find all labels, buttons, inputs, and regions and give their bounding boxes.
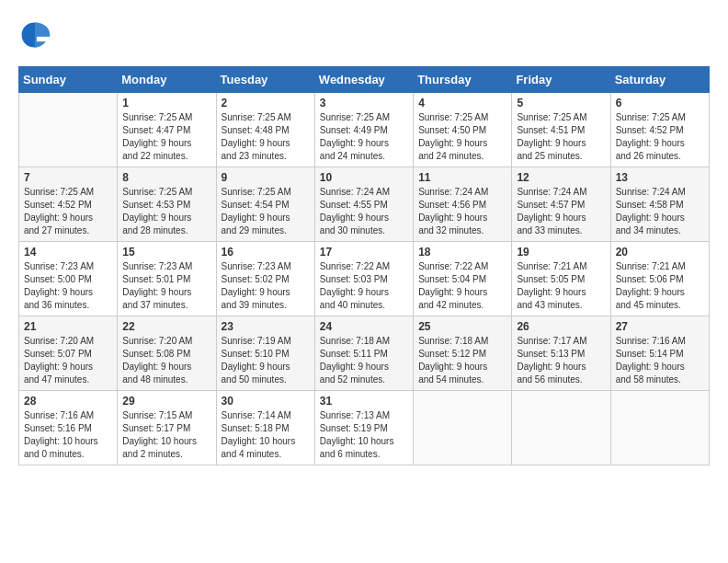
calendar-cell: 5Sunrise: 7:25 AM Sunset: 4:51 PM Daylig… — [512, 93, 610, 167]
calendar-cell: 16Sunrise: 7:23 AM Sunset: 5:02 PM Dayli… — [216, 242, 314, 316]
day-info: Sunrise: 7:19 AM Sunset: 5:10 PM Dayligh… — [222, 335, 310, 386]
day-info: Sunrise: 7:21 AM Sunset: 5:05 PM Dayligh… — [517, 260, 605, 312]
calendar-week-5: 28Sunrise: 7:16 AM Sunset: 5:16 PM Dayli… — [19, 391, 710, 465]
day-info: Sunrise: 7:25 AM Sunset: 4:51 PM Dayligh… — [517, 111, 605, 163]
day-info: Sunrise: 7:25 AM Sunset: 4:53 PM Dayligh… — [122, 186, 210, 237]
calendar-cell: 24Sunrise: 7:18 AM Sunset: 5:11 PM Dayli… — [314, 316, 413, 391]
day-number: 14 — [24, 246, 112, 259]
day-info: Sunrise: 7:25 AM Sunset: 4:50 PM Dayligh… — [418, 111, 506, 163]
day-number: 13 — [616, 171, 704, 184]
calendar-header: SundayMondayTuesdayWednesdayThursdayFrid… — [19, 67, 710, 93]
calendar-cell: 28Sunrise: 7:16 AM Sunset: 5:16 PM Dayli… — [19, 391, 118, 465]
day-number: 19 — [517, 246, 605, 259]
calendar-cell: 6Sunrise: 7:25 AM Sunset: 4:52 PM Daylig… — [610, 93, 709, 167]
day-info: Sunrise: 7:23 AM Sunset: 5:00 PM Dayligh… — [24, 260, 112, 312]
day-number: 16 — [222, 246, 310, 259]
day-info: Sunrise: 7:25 AM Sunset: 4:52 PM Dayligh… — [24, 186, 112, 237]
weekday-header-thursday: Thursday — [414, 67, 512, 93]
day-number: 12 — [517, 171, 605, 184]
day-info: Sunrise: 7:22 AM Sunset: 5:03 PM Dayligh… — [320, 260, 408, 312]
day-number: 22 — [122, 320, 210, 333]
calendar-cell: 17Sunrise: 7:22 AM Sunset: 5:03 PM Dayli… — [314, 242, 413, 316]
day-info: Sunrise: 7:17 AM Sunset: 5:13 PM Dayligh… — [517, 335, 605, 386]
calendar-cell — [19, 93, 118, 167]
day-info: Sunrise: 7:14 AM Sunset: 5:18 PM Dayligh… — [222, 409, 310, 461]
calendar-cell: 29Sunrise: 7:15 AM Sunset: 5:17 PM Dayli… — [118, 391, 216, 465]
day-number: 17 — [320, 246, 408, 259]
calendar-cell: 26Sunrise: 7:17 AM Sunset: 5:13 PM Dayli… — [512, 316, 610, 391]
calendar-cell: 4Sunrise: 7:25 AM Sunset: 4:50 PM Daylig… — [414, 93, 512, 167]
weekday-header-row: SundayMondayTuesdayWednesdayThursdayFrid… — [19, 67, 710, 93]
day-number: 31 — [320, 395, 408, 408]
calendar-body: 1Sunrise: 7:25 AM Sunset: 4:47 PM Daylig… — [19, 93, 710, 465]
day-number: 1 — [122, 97, 210, 109]
day-number: 24 — [320, 320, 408, 333]
calendar-cell: 19Sunrise: 7:21 AM Sunset: 5:05 PM Dayli… — [512, 242, 610, 316]
calendar-cell: 25Sunrise: 7:18 AM Sunset: 5:12 PM Dayli… — [414, 316, 512, 391]
logo — [18, 18, 55, 52]
day-info: Sunrise: 7:20 AM Sunset: 5:08 PM Dayligh… — [122, 335, 210, 386]
day-info: Sunrise: 7:25 AM Sunset: 4:48 PM Dayligh… — [222, 111, 310, 163]
calendar-cell: 3Sunrise: 7:25 AM Sunset: 4:49 PM Daylig… — [314, 93, 413, 167]
page-header — [18, 18, 710, 52]
calendar-cell: 21Sunrise: 7:20 AM Sunset: 5:07 PM Dayli… — [19, 316, 118, 391]
day-number: 15 — [122, 246, 210, 259]
calendar-cell — [512, 391, 610, 465]
calendar-cell: 12Sunrise: 7:24 AM Sunset: 4:57 PM Dayli… — [512, 167, 610, 242]
calendar-week-2: 7Sunrise: 7:25 AM Sunset: 4:52 PM Daylig… — [19, 167, 710, 242]
day-info: Sunrise: 7:16 AM Sunset: 5:14 PM Dayligh… — [616, 335, 704, 386]
day-info: Sunrise: 7:16 AM Sunset: 5:16 PM Dayligh… — [24, 409, 112, 461]
day-number: 23 — [222, 320, 310, 333]
calendar-table: SundayMondayTuesdayWednesdayThursdayFrid… — [18, 66, 710, 465]
day-number: 26 — [517, 320, 605, 333]
day-info: Sunrise: 7:20 AM Sunset: 5:07 PM Dayligh… — [24, 335, 112, 386]
day-number: 18 — [418, 246, 506, 259]
day-info: Sunrise: 7:13 AM Sunset: 5:19 PM Dayligh… — [320, 409, 408, 461]
day-number: 4 — [418, 97, 506, 109]
calendar-cell: 2Sunrise: 7:25 AM Sunset: 4:48 PM Daylig… — [216, 93, 314, 167]
calendar-cell: 22Sunrise: 7:20 AM Sunset: 5:08 PM Dayli… — [118, 316, 216, 391]
calendar-cell: 18Sunrise: 7:22 AM Sunset: 5:04 PM Dayli… — [414, 242, 512, 316]
weekday-header-friday: Friday — [512, 67, 610, 93]
day-number: 8 — [122, 171, 210, 184]
day-info: Sunrise: 7:23 AM Sunset: 5:01 PM Dayligh… — [122, 260, 210, 312]
day-info: Sunrise: 7:22 AM Sunset: 5:04 PM Dayligh… — [418, 260, 506, 312]
calendar-cell: 9Sunrise: 7:25 AM Sunset: 4:54 PM Daylig… — [216, 167, 314, 242]
weekday-header-wednesday: Wednesday — [314, 67, 413, 93]
calendar-cell: 14Sunrise: 7:23 AM Sunset: 5:00 PM Dayli… — [19, 242, 118, 316]
calendar-cell: 23Sunrise: 7:19 AM Sunset: 5:10 PM Dayli… — [216, 316, 314, 391]
weekday-header-sunday: Sunday — [19, 67, 118, 93]
day-number: 21 — [24, 320, 112, 333]
weekday-header-saturday: Saturday — [610, 67, 709, 93]
day-info: Sunrise: 7:18 AM Sunset: 5:11 PM Dayligh… — [320, 335, 408, 386]
calendar-cell: 8Sunrise: 7:25 AM Sunset: 4:53 PM Daylig… — [118, 167, 216, 242]
day-number: 20 — [616, 246, 704, 259]
calendar-cell: 31Sunrise: 7:13 AM Sunset: 5:19 PM Dayli… — [314, 391, 413, 465]
day-number: 6 — [616, 97, 704, 109]
calendar-week-3: 14Sunrise: 7:23 AM Sunset: 5:00 PM Dayli… — [19, 242, 710, 316]
day-info: Sunrise: 7:24 AM Sunset: 4:56 PM Dayligh… — [418, 186, 506, 237]
day-info: Sunrise: 7:23 AM Sunset: 5:02 PM Dayligh… — [222, 260, 310, 312]
calendar-cell: 11Sunrise: 7:24 AM Sunset: 4:56 PM Dayli… — [414, 167, 512, 242]
day-info: Sunrise: 7:21 AM Sunset: 5:06 PM Dayligh… — [616, 260, 704, 312]
day-info: Sunrise: 7:25 AM Sunset: 4:49 PM Dayligh… — [320, 111, 408, 163]
logo-icon — [18, 18, 51, 52]
calendar-cell: 7Sunrise: 7:25 AM Sunset: 4:52 PM Daylig… — [19, 167, 118, 242]
calendar-cell: 15Sunrise: 7:23 AM Sunset: 5:01 PM Dayli… — [118, 242, 216, 316]
day-number: 5 — [517, 97, 605, 109]
day-info: Sunrise: 7:25 AM Sunset: 4:52 PM Dayligh… — [616, 111, 704, 163]
calendar-cell: 10Sunrise: 7:24 AM Sunset: 4:55 PM Dayli… — [314, 167, 413, 242]
day-number: 10 — [320, 171, 408, 184]
calendar-cell: 27Sunrise: 7:16 AM Sunset: 5:14 PM Dayli… — [610, 316, 709, 391]
calendar-cell: 30Sunrise: 7:14 AM Sunset: 5:18 PM Dayli… — [216, 391, 314, 465]
calendar-cell — [610, 391, 709, 465]
day-info: Sunrise: 7:15 AM Sunset: 5:17 PM Dayligh… — [122, 409, 210, 461]
calendar-cell: 1Sunrise: 7:25 AM Sunset: 4:47 PM Daylig… — [118, 93, 216, 167]
day-number: 3 — [320, 97, 408, 109]
day-info: Sunrise: 7:18 AM Sunset: 5:12 PM Dayligh… — [418, 335, 506, 386]
day-number: 25 — [418, 320, 506, 333]
calendar-week-4: 21Sunrise: 7:20 AM Sunset: 5:07 PM Dayli… — [19, 316, 710, 391]
day-number: 9 — [222, 171, 310, 184]
day-number: 7 — [24, 171, 112, 184]
day-info: Sunrise: 7:25 AM Sunset: 4:54 PM Dayligh… — [222, 186, 310, 237]
